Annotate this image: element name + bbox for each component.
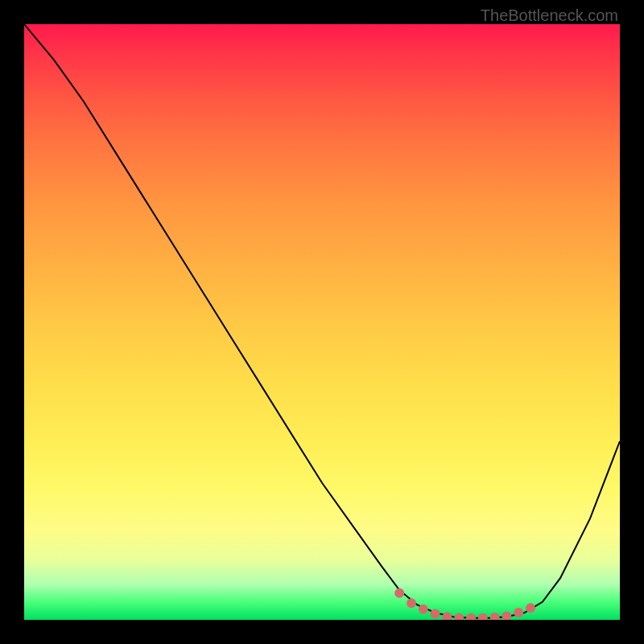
optimal-dot <box>419 605 428 614</box>
optimal-dot <box>442 612 452 620</box>
optimal-dot <box>478 613 488 620</box>
optimal-dot <box>502 612 511 620</box>
bottleneck-curve-line <box>24 24 620 618</box>
optimal-dot <box>407 598 416 608</box>
optimal-dot <box>490 613 500 620</box>
optimal-dot <box>514 608 523 617</box>
plot-area <box>24 24 620 620</box>
curve-svg <box>24 24 620 620</box>
watermark-text: TheBottleneck.com <box>481 6 618 25</box>
optimal-dot <box>394 588 404 598</box>
optimal-dot <box>526 603 535 613</box>
optimal-dot <box>454 613 464 620</box>
optimal-dot <box>431 609 440 619</box>
optimal-dot <box>466 613 476 620</box>
